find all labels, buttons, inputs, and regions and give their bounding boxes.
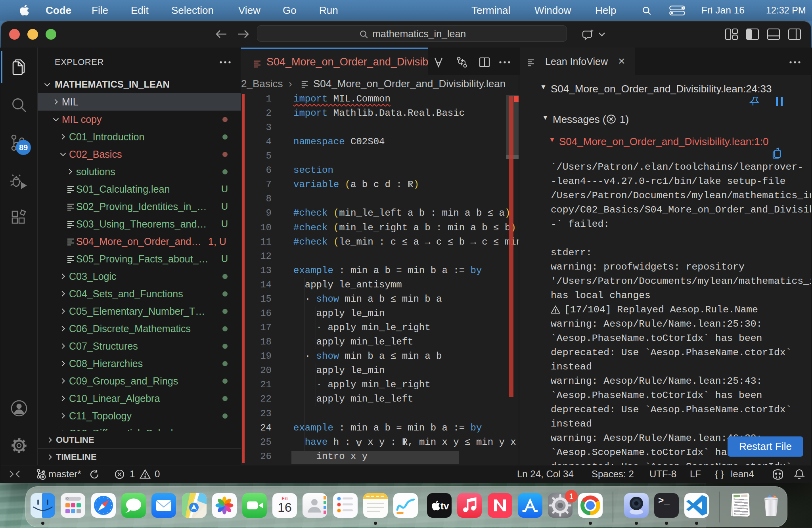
svg-text:tv: tv (440, 501, 449, 511)
